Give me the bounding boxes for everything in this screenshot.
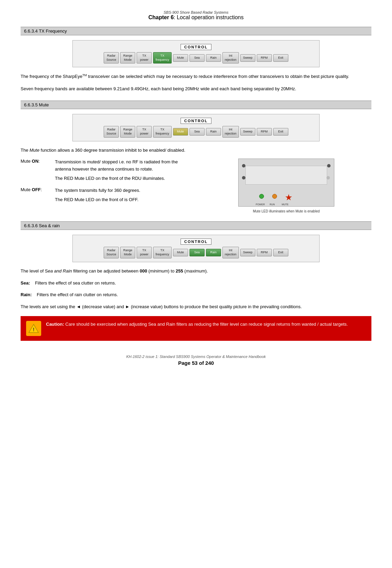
tx-freq-para2: Seven frequency bands are available betw… bbox=[21, 85, 371, 93]
mute-off-row: Mute OFF: The system transmits fully for… bbox=[21, 187, 191, 204]
mute-on-row: Mute ON: Transmission is muted/ stopped … bbox=[21, 159, 191, 182]
page-number: Page 53 of 240 bbox=[21, 360, 371, 366]
control-label-2: CONTROL bbox=[181, 118, 211, 124]
btn-sea-1[interactable]: Sea bbox=[189, 54, 205, 62]
btn-tx-power-3[interactable]: TXpower bbox=[137, 247, 152, 258]
mute-on-desc: Transmission is muted/ stopped i.e. no R… bbox=[55, 159, 191, 182]
tx-freq-para1: The frequency of the SharpEyeTM transcei… bbox=[21, 73, 371, 80]
caution-text: Caution: Care should be exercised when a… bbox=[46, 321, 348, 328]
btn-int-rejection-1[interactable]: Intrejection bbox=[222, 52, 239, 63]
btn-exit-2[interactable]: Exit bbox=[273, 128, 288, 136]
btn-sweep-1[interactable]: Sweep bbox=[240, 54, 255, 62]
mute-off-desc2: The RED Mute LED on the front of is OFF. bbox=[55, 196, 191, 204]
warning-icon: ! bbox=[28, 324, 39, 333]
btn-rain-3[interactable]: Rain bbox=[206, 249, 221, 256]
btn-exit-1[interactable]: Exit bbox=[273, 54, 288, 62]
btn-sea-3[interactable]: Sea bbox=[189, 249, 205, 256]
btn-sea-2[interactable]: Sea bbox=[189, 128, 205, 136]
sea-rain-para2: The levels are set using the ◄ (decrease… bbox=[21, 303, 371, 311]
mute-grid: Mute ON: Transmission is muted/ stopped … bbox=[21, 159, 371, 213]
btn-tx-power-2[interactable]: TXpower bbox=[137, 126, 152, 137]
led-row bbox=[259, 194, 292, 201]
control-buttons-1: RadarSource RangeMode TXpower TXfrequenc… bbox=[104, 52, 288, 63]
doc-header: SBS-900 Shore Based Radar Systems Chapte… bbox=[21, 10, 371, 21]
btn-radar-source-1[interactable]: RadarSource bbox=[104, 52, 119, 63]
btn-tx-power-1[interactable]: TXpower bbox=[137, 52, 152, 63]
section-mute: 6.6.3.5 Mute CONTROL RadarSource RangeMo… bbox=[21, 101, 371, 213]
control-label-3: CONTROL bbox=[181, 239, 211, 245]
mute-image-block: POWER RUN MUTE Mute LED illuminates when… bbox=[201, 159, 371, 213]
mute-image-caption: Mute LED illuminates when Mute is enable… bbox=[253, 209, 320, 213]
mute-dot-tl bbox=[242, 164, 245, 167]
btn-tx-frequency-1[interactable]: TXfrequency bbox=[153, 52, 172, 63]
control-buttons-2: RadarSource RangeMode TXpower TXfrequenc… bbox=[104, 126, 288, 137]
btn-rain-1[interactable]: Rain bbox=[206, 54, 221, 62]
sea-rain-para1: The level of Sea and Rain filtering can … bbox=[21, 268, 371, 275]
control-buttons-3: RadarSource RangeMode TXpower TXfrequenc… bbox=[104, 247, 288, 258]
btn-tx-frequency-2[interactable]: TXfrequency bbox=[153, 126, 172, 137]
section-tx-frequency: 6.6.3.4 TX Frequency CONTROL RadarSource… bbox=[21, 27, 371, 92]
btn-range-mode-2[interactable]: RangeMode bbox=[120, 126, 135, 137]
btn-mute-2[interactable]: Mute bbox=[173, 128, 188, 136]
doc-footer: KH-1602-2 issue 1: Standard SBS900 Syste… bbox=[21, 355, 371, 366]
mute-dot-ml bbox=[242, 176, 245, 179]
mute-panel-inner bbox=[245, 166, 327, 185]
btn-rpm-1[interactable]: RPM bbox=[257, 54, 272, 62]
btn-sweep-3[interactable]: Sweep bbox=[240, 249, 255, 256]
chapter-bold: Chapter 6 bbox=[148, 14, 174, 20]
btn-range-mode-1[interactable]: RangeMode bbox=[120, 52, 135, 63]
section-header-sea-rain: 6.6.3.6 Sea & rain bbox=[21, 221, 371, 230]
caution-box: ! Caution: Care should be exercised when… bbox=[21, 316, 371, 341]
doc-title: Chapter 6: Local operation instructions bbox=[21, 14, 371, 21]
chapter-rest: : Local operation instructions bbox=[174, 14, 244, 20]
sea-desc-row: Sea: Filters the effect of sea clutter o… bbox=[21, 280, 371, 287]
btn-rain-2[interactable]: Rain bbox=[206, 128, 221, 136]
led-green-power bbox=[259, 194, 264, 199]
btn-rpm-2[interactable]: RPM bbox=[257, 128, 272, 136]
mute-dot-tr bbox=[327, 164, 331, 167]
btn-int-rejection-3[interactable]: Intrejection bbox=[222, 247, 239, 258]
btn-rpm-3[interactable]: RPM bbox=[257, 249, 272, 256]
btn-range-mode-3[interactable]: RangeMode bbox=[120, 247, 135, 258]
svg-text:!: ! bbox=[33, 327, 35, 332]
section-header-mute: 6.6.3.5 Mute bbox=[21, 101, 371, 109]
section-sea-rain: 6.6.3.6 Sea & rain CONTROL RadarSource R… bbox=[21, 221, 371, 341]
btn-radar-source-3[interactable]: RadarSource bbox=[104, 247, 119, 258]
btn-sweep-2[interactable]: Sweep bbox=[240, 128, 255, 136]
mute-dot-mr bbox=[326, 176, 330, 179]
led-orange-run bbox=[272, 194, 277, 199]
btn-mute-3[interactable]: Mute bbox=[173, 249, 188, 256]
led-labels: POWER RUN MUTE bbox=[256, 203, 288, 206]
mute-off-desc: The system transmits fully for 360 degre… bbox=[55, 187, 191, 204]
rain-desc-row: Rain: Filters the effect of rain clutter… bbox=[21, 291, 371, 299]
caution-icon-wrap: ! bbox=[26, 321, 41, 336]
btn-tx-frequency-3[interactable]: TXfrequency bbox=[153, 247, 172, 258]
doc-subtitle: SBS-900 Shore Based Radar Systems bbox=[21, 10, 371, 14]
led-red-mute bbox=[285, 194, 292, 201]
control-panel-sea-rain: CONTROL RadarSource RangeMode TXpower TX… bbox=[72, 235, 320, 262]
control-panel-mute: CONTROL RadarSource RangeMode TXpower TX… bbox=[72, 114, 320, 141]
mute-on-term: Mute ON: bbox=[21, 159, 55, 182]
btn-int-rejection-2[interactable]: Intrejection bbox=[222, 126, 239, 137]
control-label-1: CONTROL bbox=[181, 44, 211, 50]
control-panel-tx-frequency: CONTROL RadarSource RangeMode TXpower TX… bbox=[72, 40, 320, 67]
mute-on-desc2: The RED Mute LED on the front of the RDU… bbox=[55, 175, 191, 182]
section-header-tx-frequency: 6.6.3.4 TX Frequency bbox=[21, 27, 371, 35]
mute-intro: The Mute function allows a 360 degree tr… bbox=[21, 147, 371, 154]
mute-off-term: Mute OFF: bbox=[21, 187, 55, 204]
mute-panel-diagram: POWER RUN MUTE bbox=[238, 159, 334, 207]
btn-exit-3[interactable]: Exit bbox=[273, 249, 288, 256]
btn-radar-source-2[interactable]: RadarSource bbox=[104, 126, 119, 137]
btn-mute-1[interactable]: Mute bbox=[173, 54, 188, 62]
footer-subtitle: KH-1602-2 issue 1: Standard SBS900 Syste… bbox=[21, 355, 371, 359]
mute-text-block: Mute ON: Transmission is muted/ stopped … bbox=[21, 159, 191, 213]
